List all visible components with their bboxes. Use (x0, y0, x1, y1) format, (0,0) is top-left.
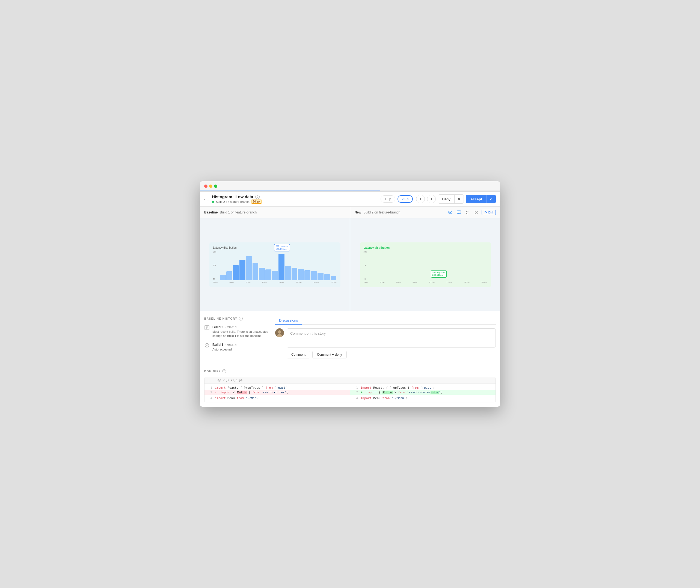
new-label: New (355, 210, 361, 214)
build1-content: Build 1 • 791a1d Auto-accepted (212, 342, 236, 352)
bar-stack (480, 280, 487, 280)
bar-stack (456, 280, 464, 280)
close-tool-icon[interactable] (473, 209, 480, 216)
build2-desc: Most recent build. There is an unaccepte… (212, 330, 270, 338)
baseline-bars: 209 requests100-110ms (220, 250, 337, 280)
baseline-chart-wrapper: 20k 15k 5k (213, 250, 337, 280)
code-line-removed: 2 - import { Match } from 'react-router'… (204, 390, 350, 395)
story-title: Histogram (212, 194, 232, 199)
bottom-grid: Baseline History ? Build 2 • 791a1d Most… (204, 317, 496, 358)
back-icon[interactable]: ‹ (204, 197, 205, 201)
bar-stack (394, 280, 401, 280)
tab-discussions[interactable]: Discussions (275, 317, 302, 325)
build2-icon (204, 325, 210, 330)
build-status-dot (212, 201, 214, 203)
history-item-build1: Build 1 • 791a1d Auto-accepted (204, 342, 270, 352)
dom-diff-help-icon[interactable]: ? (222, 369, 226, 373)
code-line: 1 import React, { PropTypes } from 'reac… (204, 385, 350, 390)
comment-deny-button[interactable]: Comment + deny (312, 351, 347, 358)
build1-desc: Auto-accepted (212, 348, 236, 352)
svg-rect-7 (486, 213, 487, 214)
prev-button[interactable] (416, 195, 425, 203)
header-left: ‹ ☰ Histogram : Low data ? Build 2 on fe… (204, 194, 377, 204)
view-1up-button[interactable]: 1 up (381, 195, 395, 203)
bar (233, 265, 239, 280)
diff-button[interactable]: Diff (482, 210, 496, 215)
bottom-section: Baseline History ? Build 2 • 791a1d Most… (200, 311, 500, 364)
build-text: Build 2 on feature-branch (216, 200, 250, 203)
deny-label[interactable]: Deny (438, 195, 454, 203)
comparison-area: Latency distribution 20k 15k 5k (200, 218, 500, 311)
diff-label: Diff (488, 211, 493, 214)
new-chart: Latency distribution 20k 15k 5k (360, 242, 491, 287)
view-2up-button[interactable]: 2 up (398, 195, 413, 203)
comment-actions: Comment Comment + deny (287, 351, 496, 358)
accept-button-group[interactable]: Accept ✓ (466, 195, 496, 203)
new-chart-wrapper: 20k 15k 5k (364, 250, 487, 280)
comment-input[interactable]: Comment on this story (287, 328, 496, 348)
y-label-20k-new: 20k (364, 251, 367, 253)
comment-button[interactable]: Comment (287, 351, 310, 358)
code-container: ... @@ -1,5 +1,5 @@ 1 import React, { Pr… (204, 377, 496, 402)
bar (324, 274, 330, 280)
code-line: 4 import Menu from './Menu'; (350, 396, 496, 400)
bar (298, 269, 304, 280)
bar-stack (417, 280, 425, 280)
rotate-icon[interactable] (464, 209, 471, 216)
bar-stack (378, 280, 385, 280)
deny-icon[interactable]: ✕ (455, 195, 464, 203)
baseline-history: Baseline History ? Build 2 • 791a1d Most… (204, 317, 270, 358)
minimize-button[interactable] (209, 185, 212, 188)
discussion-tabs: Discussions (275, 317, 496, 325)
new-chart-title: Latency distribution (364, 246, 487, 249)
header-right: Deny ✕ Accept ✓ (416, 194, 496, 204)
accept-check-icon[interactable]: ✓ (487, 195, 496, 203)
new-build: Build 2 on feature-branch (363, 210, 400, 214)
story-info: Histogram : Low data ? Build 2 on featur… (212, 194, 262, 204)
bar (259, 268, 265, 280)
close-button[interactable] (204, 185, 207, 188)
bar (292, 268, 298, 280)
y-label-5k-new: 5k (364, 278, 367, 280)
baseline-x-labels: 20ms 40ms 60ms 80ms 100ms 120ms 140ms 16… (213, 281, 337, 283)
comment-area: Comment on this story (275, 328, 496, 348)
bar (253, 263, 259, 280)
title-separator: : (233, 195, 235, 199)
bar (272, 271, 278, 280)
svg-line-2 (449, 211, 452, 213)
header-center: 1 up 2 up (381, 195, 413, 203)
bar (285, 266, 291, 280)
bar (265, 269, 271, 280)
bar-stack (448, 280, 456, 280)
svg-rect-6 (484, 211, 485, 212)
code-header: ... @@ -1,5 +1,5 @@ (204, 377, 496, 384)
info-icon[interactable]: ? (255, 195, 260, 199)
code-line-added: 2 + import { Route } from 'react-router-… (350, 390, 496, 395)
new-y-labels: 20k 15k 5k (364, 250, 367, 280)
baseline-history-title: Baseline History ? (204, 317, 270, 320)
baseline-y-labels: 20k 15k 5k (213, 250, 216, 280)
bar-stack (441, 280, 448, 280)
bar-stack (386, 280, 393, 280)
help-icon[interactable]: ? (239, 317, 243, 320)
bar (246, 256, 252, 280)
eye-icon[interactable] (447, 209, 454, 216)
menu-icon[interactable]: ☰ (206, 197, 210, 201)
build2-content: Build 2 • 791a1d Most recent build. Ther… (212, 324, 270, 338)
accept-label[interactable]: Accept (466, 195, 487, 203)
y-label-15k: 15k (213, 265, 216, 266)
discussions-panel: Discussions Comment on this story Commen… (275, 317, 496, 358)
title-bar (200, 181, 500, 192)
deny-button-group: Deny ✕ (438, 194, 464, 204)
next-button[interactable] (427, 195, 436, 203)
build-info: Build 2 on feature-branch 764px (212, 200, 262, 204)
maximize-button[interactable] (214, 185, 217, 188)
new-x-labels: 20ms 40ms 60ms 80ms 100ms 120ms 140ms 16… (364, 281, 487, 283)
user-avatar (275, 328, 284, 337)
story-subtitle: Low data (235, 194, 253, 199)
y-label-5k: 5k (213, 278, 216, 280)
baseline-panel: Latency distribution 20k 15k 5k (200, 218, 350, 311)
build2-label: Build 2 • 791a1d (212, 324, 270, 329)
comment-icon[interactable] (455, 209, 462, 216)
main-window: ‹ ☰ Histogram : Low data ? Build 2 on fe… (200, 181, 500, 407)
